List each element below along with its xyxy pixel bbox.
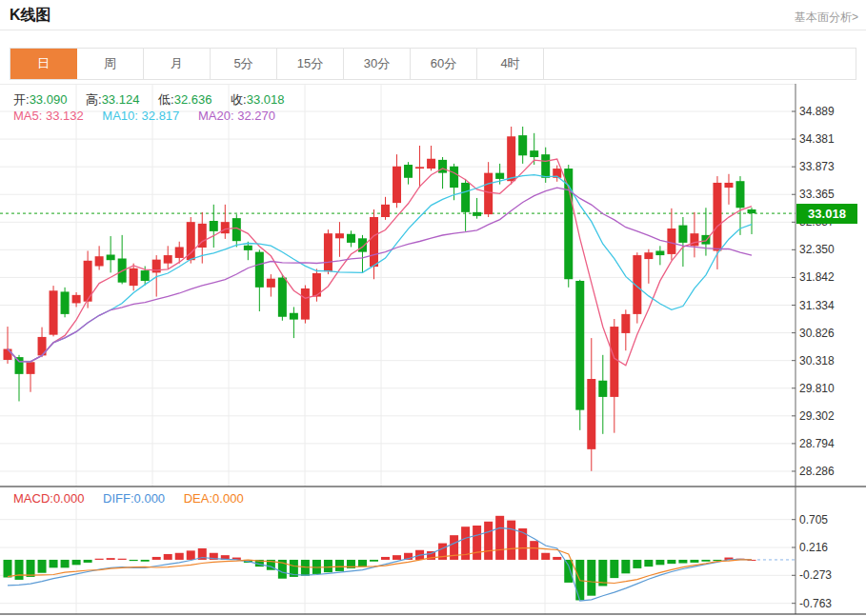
svg-text:29.810: 29.810 (799, 382, 835, 395)
svg-text:-0.763: -0.763 (799, 597, 832, 610)
svg-text:0.705: 0.705 (799, 513, 828, 527)
tab-30分[interactable]: 30分 (344, 49, 411, 79)
high-value: 33.124 (102, 92, 140, 107)
tab-4时[interactable]: 4时 (477, 49, 544, 79)
svg-text:0.216: 0.216 (799, 541, 828, 554)
macd-readout: MACD:0.000 DIFF:0.000 DEA:0.000 (13, 491, 259, 506)
interval-tab-bar: 日周月5分15分30分60分4时 (10, 48, 856, 80)
diff-value: 0.000 (134, 491, 166, 506)
svg-text:33.873: 33.873 (799, 160, 835, 173)
fundamental-analysis-link[interactable]: 基本面分析> (795, 10, 858, 26)
tab-5分[interactable]: 5分 (211, 49, 277, 79)
ma5-value: 33.132 (46, 109, 84, 123)
open-label: 开: (13, 92, 30, 107)
dea-value: 0.000 (212, 491, 244, 506)
page-title: K线图 (10, 6, 51, 26)
svg-text:32.350: 32.350 (799, 243, 835, 256)
svg-text:33.365: 33.365 (799, 188, 835, 201)
svg-text:30.318: 30.318 (799, 354, 835, 368)
svg-text:30.826: 30.826 (799, 327, 835, 340)
tab-日[interactable]: 日 (10, 49, 77, 79)
macd-label: MACD: (13, 491, 53, 506)
tab-周[interactable]: 周 (77, 49, 144, 79)
low-label: 低: (158, 92, 174, 107)
diff-label: DIFF: (103, 491, 134, 506)
ma20-label: MA20: (198, 109, 234, 123)
tab-15分[interactable]: 15分 (277, 49, 344, 79)
svg-text:34.381: 34.381 (799, 132, 835, 146)
open-value: 33.090 (30, 92, 68, 107)
ma-readout: MA5: 33.132 MA10: 32.817 MA20: 32.270 (13, 109, 291, 123)
ma5-label: MA5: (13, 109, 42, 123)
svg-text:34.889: 34.889 (799, 105, 835, 118)
ma10-label: MA10: (102, 109, 138, 123)
close-label: 收: (231, 92, 247, 107)
high-label: 高: (86, 92, 102, 107)
svg-text:31.334: 31.334 (799, 299, 835, 312)
macd-value: 0.000 (53, 491, 85, 506)
svg-text:28.794: 28.794 (799, 437, 835, 450)
dea-label: DEA: (184, 491, 212, 506)
ohlc-readout: 开:33.090 高:33.124 低:32.636 收:33.018 (13, 91, 299, 109)
tab-月[interactable]: 月 (144, 49, 211, 79)
svg-text:29.302: 29.302 (799, 409, 835, 423)
close-value: 33.018 (247, 92, 285, 107)
tab-60分[interactable]: 60分 (411, 49, 477, 79)
svg-text:28.286: 28.286 (799, 465, 835, 478)
header-divider (0, 30, 866, 30)
ma20-value: 32.270 (237, 109, 275, 123)
ma10-value: 32.817 (142, 109, 180, 123)
current-price-tag: 33.018 (796, 204, 857, 224)
candlestick-chart[interactable]: 34.88934.38133.87333.36532.85732.35031.8… (0, 84, 866, 616)
low-value: 32.636 (174, 92, 212, 107)
svg-text:31.842: 31.842 (799, 270, 835, 284)
svg-text:-0.273: -0.273 (799, 568, 832, 582)
